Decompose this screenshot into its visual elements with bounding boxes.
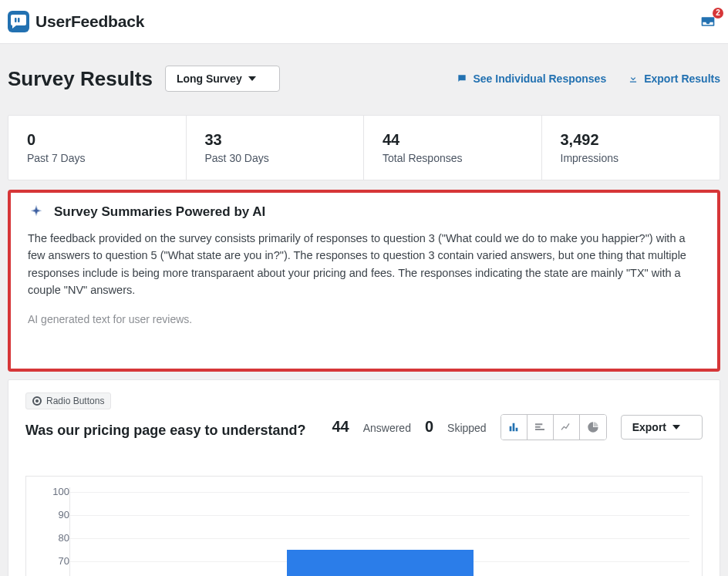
chart-plot-area xyxy=(69,487,689,576)
chart-y-tick: 70 xyxy=(59,557,69,576)
stat-label: Total Responses xyxy=(383,152,523,164)
skipped-count: 0 xyxy=(425,418,433,436)
chart-type-pie[interactable] xyxy=(580,415,606,440)
stat-value: 0 xyxy=(27,131,167,149)
brand-name: UserFeedback xyxy=(35,12,144,31)
see-individual-responses-link[interactable]: See Individual Responses xyxy=(457,72,606,85)
notifications-inbox[interactable]: 2 xyxy=(697,12,719,31)
chart-y-tick: 90 xyxy=(59,510,69,534)
chart-y-axis: 10090807060 xyxy=(39,487,69,576)
radio-icon xyxy=(32,396,42,406)
hbar-chart-icon xyxy=(534,421,546,433)
sparkle-icon xyxy=(28,204,45,221)
bar-chart-icon xyxy=(507,421,520,433)
chart-type-toggle xyxy=(501,414,607,440)
export-results-label: Export Results xyxy=(644,72,720,85)
survey-selector-label: Long Survey xyxy=(177,72,242,85)
svg-rect-0 xyxy=(15,18,17,22)
stat-value: 33 xyxy=(205,131,345,149)
line-chart-icon xyxy=(560,421,572,433)
stat-label: Impressions xyxy=(561,152,702,164)
stats-row: 0 Past 7 Days 33 Past 30 Days 44 Total R… xyxy=(8,115,720,180)
chart-y-tick: 80 xyxy=(59,534,69,557)
chevron-down-icon xyxy=(672,425,680,429)
question-export-button[interactable]: Export xyxy=(621,415,703,440)
question-card: Radio Buttons Was our pricing page easy … xyxy=(8,379,720,576)
see-individual-responses-label: See Individual Responses xyxy=(473,72,606,85)
chevron-down-icon xyxy=(248,76,256,81)
ai-summary-card: Survey Summaries Powered by AI The feedb… xyxy=(8,190,720,372)
chart-y-tick: 100 xyxy=(52,487,69,510)
chart-container: 10090807060 xyxy=(25,476,703,576)
stat-past-30-days: 33 Past 30 Days xyxy=(187,116,365,180)
stat-label: Past 30 Days xyxy=(205,152,345,164)
stat-label: Past 7 Days xyxy=(27,152,167,164)
svg-rect-1 xyxy=(18,18,20,22)
question-title: Was our pricing page easy to understand? xyxy=(25,423,305,439)
chart-type-line[interactable] xyxy=(554,415,580,440)
ai-summary-title: Survey Summaries Powered by AI xyxy=(54,204,265,220)
stat-past-7-days: 0 Past 7 Days xyxy=(8,116,187,180)
question-type-tag: Radio Buttons xyxy=(25,392,111,409)
survey-selector[interactable]: Long Survey xyxy=(165,66,280,92)
pie-chart-icon xyxy=(587,421,599,433)
stat-total-responses: 44 Total Responses xyxy=(364,116,542,180)
stat-value: 3,492 xyxy=(561,131,702,149)
question-export-label: Export xyxy=(632,421,666,433)
ai-summary-footnote: AI generated text for user reviews. xyxy=(28,313,700,325)
chart-type-hbar[interactable] xyxy=(527,415,554,440)
answered-count: 44 xyxy=(332,418,349,436)
skipped-label: Skipped xyxy=(447,422,487,434)
ai-summary-body: The feedback provided on the survey cons… xyxy=(28,230,700,299)
page-title: Survey Results xyxy=(8,67,153,91)
export-results-link[interactable]: Export Results xyxy=(628,72,720,85)
question-type-label: Radio Buttons xyxy=(46,396,104,406)
chart-type-bar[interactable] xyxy=(501,415,527,440)
chat-icon xyxy=(457,73,467,84)
download-icon xyxy=(628,73,639,84)
stat-impressions: 3,492 Impressions xyxy=(542,116,720,180)
notifications-badge: 2 xyxy=(713,8,723,19)
stat-value: 44 xyxy=(383,131,523,149)
chart-bar xyxy=(287,550,474,576)
answered-label: Answered xyxy=(363,422,411,434)
brand-logo xyxy=(8,11,29,32)
